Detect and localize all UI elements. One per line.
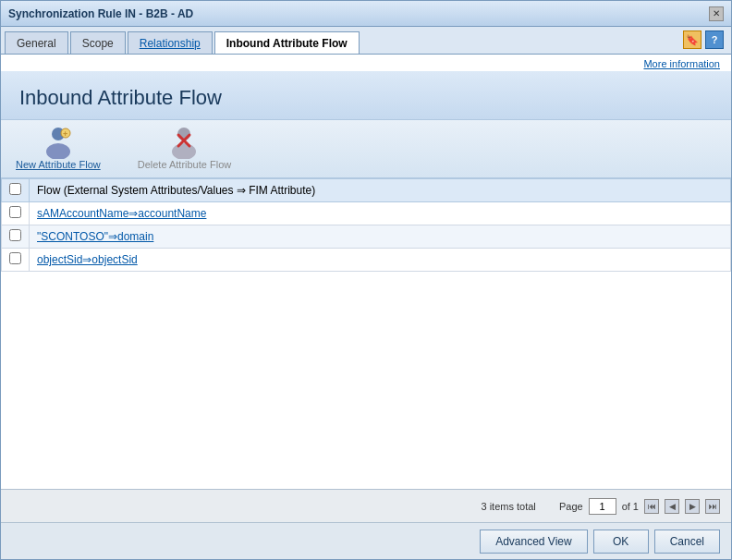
row-flow-link[interactable]: "SCONTOSO"⇒domain: [37, 230, 153, 243]
tab-inbound-attribute-flow[interactable]: Inbound Attribute Flow: [214, 31, 360, 54]
flow-table: Flow (External System Attributes/Values …: [1, 178, 731, 272]
svg-point-5: [172, 143, 196, 159]
new-attribute-flow-label: New Attribute Flow: [16, 159, 101, 170]
page-title: Inbound Attribute Flow: [19, 86, 713, 110]
svg-text:+: +: [63, 129, 67, 139]
svg-point-1: [46, 143, 70, 159]
select-all-checkbox[interactable]: [9, 183, 21, 195]
delete-attribute-flow-icon: [169, 128, 199, 157]
bookmark-icon-button[interactable]: 🔖: [683, 30, 702, 49]
page-header: Inbound Attribute Flow: [1, 71, 731, 120]
page-number-input[interactable]: [589, 498, 616, 515]
page-label: Page: [559, 501, 583, 512]
tabs-bar: General Scope Relationship Inbound Attri…: [1, 27, 731, 55]
advanced-view-button[interactable]: Advanced View: [480, 530, 588, 554]
row-checkbox[interactable]: [9, 229, 21, 241]
table-header-row: Flow (External System Attributes/Values …: [2, 179, 731, 202]
last-page-button[interactable]: ⏭: [705, 499, 720, 514]
row-checkbox-cell: [2, 249, 30, 272]
tab-relationship[interactable]: Relationship: [128, 31, 213, 54]
header-flow-column: Flow (External System Attributes/Values …: [30, 179, 731, 202]
content-area: More information Inbound Attribute Flow …: [1, 55, 731, 522]
row-flow-cell: objectSid⇒objectSid: [30, 249, 731, 272]
close-button[interactable]: ✕: [709, 6, 724, 21]
new-attribute-flow-button[interactable]: + New Attribute Flow: [16, 128, 101, 170]
toolbar: + New Attribute Flow Delete Attribute Fl…: [1, 120, 731, 178]
table-area: Flow (External System Attributes/Values …: [1, 178, 731, 489]
help-icon-button[interactable]: ?: [705, 30, 724, 49]
window-title: Synchronization Rule IN - B2B - AD: [8, 7, 193, 20]
tab-general[interactable]: General: [5, 31, 68, 54]
cancel-button[interactable]: Cancel: [654, 530, 720, 554]
row-checkbox-cell: [2, 225, 30, 249]
pagination-footer: 3 items total Page of 1 ⏮ ◀ ▶ ⏭: [1, 489, 731, 522]
table-row: "SCONTOSO"⇒domain: [2, 225, 731, 249]
table-body: sAMAccountName⇒accountName"SCONTOSO"⇒dom…: [2, 202, 731, 272]
prev-page-button[interactable]: ◀: [665, 499, 679, 514]
delete-attribute-flow-label: Delete Attribute Flow: [138, 159, 232, 170]
items-total: 3 items total: [481, 501, 535, 512]
row-checkbox[interactable]: [9, 252, 21, 264]
new-attribute-flow-icon: +: [43, 128, 73, 157]
row-checkbox-cell: [2, 202, 30, 225]
action-buttons-bar: Advanced View OK Cancel: [1, 522, 731, 559]
tab-icon-area: 🔖 ?: [683, 30, 724, 49]
row-checkbox[interactable]: [9, 206, 21, 218]
delete-attribute-flow-button[interactable]: Delete Attribute Flow: [138, 128, 232, 170]
ok-button[interactable]: OK: [593, 530, 649, 554]
more-information-link[interactable]: More information: [1, 55, 731, 71]
table-row: objectSid⇒objectSid: [2, 249, 731, 272]
tab-scope[interactable]: Scope: [70, 31, 126, 54]
row-flow-link[interactable]: objectSid⇒objectSid: [37, 253, 138, 266]
title-bar: Synchronization Rule IN - B2B - AD ✕: [1, 1, 731, 27]
header-checkbox-cell: [2, 179, 30, 202]
main-window: Synchronization Rule IN - B2B - AD ✕ Gen…: [0, 0, 732, 560]
first-page-button[interactable]: ⏮: [644, 499, 659, 514]
page-of-label: of 1: [622, 501, 639, 512]
next-page-button[interactable]: ▶: [685, 499, 700, 514]
row-flow-link[interactable]: sAMAccountName⇒accountName: [37, 207, 206, 220]
pagination-controls: Page of 1 ⏮ ◀ ▶ ⏭: [559, 498, 720, 515]
row-flow-cell: "SCONTOSO"⇒domain: [30, 225, 731, 249]
table-row: sAMAccountName⇒accountName: [2, 202, 731, 225]
row-flow-cell: sAMAccountName⇒accountName: [30, 202, 731, 225]
